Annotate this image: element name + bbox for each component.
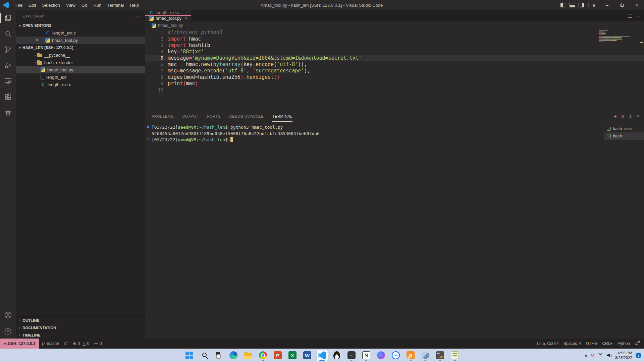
menu-item-terminal[interactable]: Terminal (104, 0, 127, 10)
close-button[interactable]: × (629, 0, 644, 10)
notification-count-badge[interactable]: 2 (636, 353, 641, 358)
menu-item-run[interactable]: Run (90, 0, 104, 10)
taskbar-app-word[interactable]: W (302, 350, 313, 361)
menu-item-help[interactable]: Help (127, 0, 142, 10)
taskbar-app-start[interactable] (184, 350, 195, 361)
taskbar-app-cheat-engine-64[interactable]: 64 (435, 350, 446, 361)
section-documentation[interactable]: ›DOCUMENTATION (16, 324, 145, 331)
explorer-more-actions-icon[interactable]: ··· (136, 14, 140, 18)
taskbar-app-file-explorer[interactable] (243, 350, 254, 361)
activity-bar-item-paw-extension[interactable] (0, 105, 16, 120)
menu-item-go[interactable]: Go (78, 0, 90, 10)
breadcrumb[interactable]: hmac_tool.py (145, 21, 644, 29)
close-tab-icon[interactable]: × (184, 16, 187, 21)
status-indentation[interactable]: Spaces: 4 (561, 339, 584, 349)
toggle-secondary-sidebar-icon[interactable] (579, 3, 584, 7)
tab-hmac-tool-py[interactable]: hmac_tool.py× (145, 15, 191, 21)
minimize-button[interactable]: – (600, 0, 614, 10)
tray-clock[interactable]: 6:55 PM 3/23/2022 (615, 351, 632, 360)
panel-tab-debug-console[interactable]: DEBUG CONSOLE (229, 111, 264, 122)
ports-status[interactable]: 0 (92, 339, 104, 349)
wifi-icon[interactable] (597, 353, 603, 358)
status-cursor-position[interactable]: Ln 5, Col 64 (535, 339, 561, 349)
tree-item-length-ext[interactable]: length_ext (16, 73, 145, 81)
taskbar-app-excel[interactable]: X (287, 350, 298, 361)
taskbar-app-foxit-pdf[interactable]: GPDF (405, 350, 416, 361)
taskbar-app-edge[interactable] (228, 350, 239, 361)
taskbar-app-powerpoint[interactable]: P (272, 350, 283, 361)
broadcast-icon (94, 342, 98, 346)
editor-more-actions-icon[interactable]: ··· (636, 13, 641, 18)
activity-bar-item-accounts[interactable] (0, 307, 16, 323)
editor-tab-bar: Clength_ext.chmac_tool.py× ··· (145, 10, 644, 21)
volume-icon[interactable]: ) (607, 353, 611, 357)
tree-item-hmac-tool-py[interactable]: hmac_tool.py (16, 66, 145, 73)
maximize-panel-icon[interactable]: ∧ (629, 114, 632, 119)
open-editor-hmac-tool-py[interactable]: ×hmac_tool.py (16, 37, 145, 44)
taskbar-app-notion[interactable]: N (361, 350, 372, 361)
terminal-command-decoration[interactable] (147, 138, 149, 140)
v-app-tray-icon[interactable]: V (591, 353, 594, 358)
terminal-list-item-1[interactable]: ›bashwww (604, 125, 644, 132)
tree-item-length-ext-c[interactable]: Clength_ext.c (16, 81, 145, 88)
taskbar-app-search[interactable] (199, 350, 210, 361)
close-panel-icon[interactable]: × (637, 114, 639, 119)
taskbar-app-notepad-plus-plus[interactable] (449, 350, 461, 361)
new-terminal-icon[interactable]: + (614, 114, 616, 119)
activity-bar-item-explorer[interactable] (0, 10, 16, 26)
workspace-folder-label: HASH_LEN [SSH: 127.0.0.1] (22, 46, 73, 50)
menu-item-file[interactable]: File (12, 0, 25, 10)
remote-indicator[interactable]: >< SSH: 127.0.0.1 (0, 339, 39, 349)
workspace-folder-header[interactable]: ▾ HASH_LEN [SSH: 127.0.0.1] (16, 44, 145, 51)
split-editor-icon[interactable] (628, 14, 632, 18)
minimap[interactable] (599, 30, 639, 43)
taskbar-app-virtualbox[interactable] (420, 350, 431, 361)
tab-length-ext-c[interactable]: Clength_ext.c (145, 10, 191, 15)
activity-bar-item-run-and-debug[interactable] (0, 57, 16, 73)
menu-item-selection[interactable]: Selection (39, 0, 63, 10)
status-encoding[interactable]: UTF-8 (584, 339, 600, 349)
problems-status[interactable]: ⊗ 0 △ 0 (70, 339, 92, 349)
activity-bar-item-remote-explorer[interactable] (0, 73, 16, 89)
menu-item-edit[interactable]: Edit (25, 0, 39, 10)
menu-item-view[interactable]: View (63, 0, 78, 10)
code-editor[interactable]: 1#!/bin/env python32import hmac3import h… (145, 29, 644, 111)
panel-tab-output[interactable]: OUTPUT (182, 111, 198, 122)
taskbar-app-zalo[interactable]: Zalo (390, 350, 401, 361)
status-language-mode[interactable]: Python (615, 339, 632, 349)
sync-status[interactable] (61, 339, 70, 349)
panel-tab-problems[interactable]: PROBLEMS (152, 111, 173, 122)
activity-bar-item-source-control[interactable] (0, 42, 16, 57)
activity-bar-item-search[interactable] (0, 26, 16, 42)
taskbar-app-task-view[interactable] (213, 350, 224, 361)
terminal[interactable]: [03/23/22]seed@VM:~/hash_len$ python3 hm… (145, 122, 604, 339)
section-outline[interactable]: ›OUTLINE (16, 316, 145, 324)
toggle-sidebar-icon[interactable] (560, 3, 566, 7)
terminal-list-item-2[interactable]: ›bash (604, 132, 644, 140)
branch-icon (41, 342, 46, 346)
terminal-command-decoration[interactable] (147, 126, 149, 128)
toggle-panel-icon[interactable] (570, 3, 575, 7)
restore-button[interactable] (614, 0, 629, 10)
taskbar-app-vscode[interactable] (317, 350, 328, 361)
activity-bar-item-extensions[interactable] (0, 89, 16, 105)
section-timeline[interactable]: ›TIMELINE (16, 331, 145, 339)
tree-item-hash-extender[interactable]: ›hash_extender (16, 59, 145, 66)
taskbar-app-terminal[interactable]: >_ (346, 350, 357, 361)
launch-profile-dropdown-icon[interactable]: ∨ (621, 114, 624, 119)
panel-tab-ports[interactable]: PORTS (207, 111, 220, 122)
status-eol[interactable]: CRLF (600, 339, 615, 349)
close-icon[interactable]: × (36, 38, 38, 43)
taskbar-app-linux-tux[interactable] (331, 350, 342, 361)
open-editors-header[interactable]: ▾ OPEN EDITORS (16, 22, 145, 29)
customize-layout-icon[interactable]: ▩˙ (593, 3, 598, 7)
taskbar-app-chrome[interactable] (258, 350, 269, 361)
panel-tab-terminal[interactable]: TERMINAL (272, 111, 292, 122)
taskbar-app-messenger[interactable] (376, 350, 387, 361)
open-editor-length-ext-c[interactable]: Clength_ext.c (16, 29, 145, 37)
notifications-bell[interactable] (632, 339, 641, 349)
tree-item--pycache-[interactable]: ›__pycache__ (16, 51, 145, 59)
show-hidden-icons-chevron[interactable]: ∧ (584, 353, 588, 358)
git-branch-status[interactable]: master (39, 339, 62, 349)
activity-bar-item-settings[interactable] (0, 323, 16, 339)
